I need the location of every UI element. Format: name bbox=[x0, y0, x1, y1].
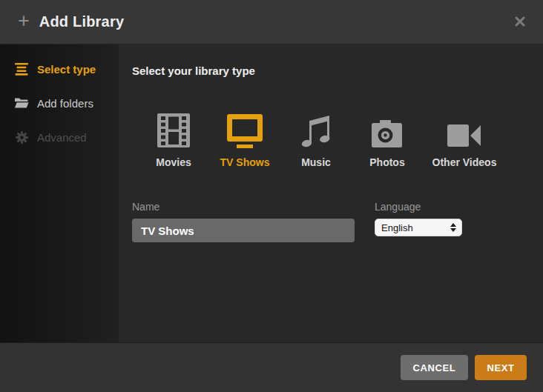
library-type-label: Music bbox=[301, 156, 331, 168]
language-select[interactable]: English bbox=[375, 219, 462, 236]
library-type-movies[interactable]: Movies bbox=[138, 110, 209, 168]
sidebar-item-advanced[interactable]: Advanced bbox=[0, 120, 119, 154]
panel-heading: Select your library type bbox=[132, 64, 543, 77]
camera-icon bbox=[372, 110, 403, 148]
sidebar-item-add-folders[interactable]: Add folders bbox=[0, 86, 119, 120]
plus-icon: + bbox=[18, 11, 30, 31]
library-type-music[interactable]: Music bbox=[280, 110, 352, 168]
cancel-button[interactable]: CANCEL bbox=[401, 355, 468, 380]
add-library-dialog: + Add Library bbox=[0, 0, 543, 392]
language-selected-value: English bbox=[381, 222, 413, 233]
sidebar-item-label: Add folders bbox=[37, 97, 93, 110]
library-type-label: Movies bbox=[156, 156, 191, 168]
library-name-input[interactable] bbox=[132, 219, 355, 242]
tv-icon bbox=[226, 110, 263, 148]
film-icon bbox=[157, 110, 191, 148]
close-button[interactable] bbox=[513, 15, 527, 28]
select-arrows-icon bbox=[450, 223, 456, 232]
video-camera-icon bbox=[447, 110, 481, 148]
sidebar-item-label: Advanced bbox=[37, 131, 87, 144]
library-type-photos[interactable]: Photos bbox=[352, 110, 423, 168]
language-label: Language bbox=[375, 201, 462, 213]
gear-icon bbox=[14, 131, 29, 144]
library-type-tv-shows[interactable]: TV Shows bbox=[209, 110, 280, 168]
next-button[interactable]: NEXT bbox=[475, 355, 527, 380]
dialog-title: Add Library bbox=[39, 13, 124, 30]
close-icon bbox=[515, 16, 525, 27]
language-field-group: Language English bbox=[375, 201, 462, 242]
select-type-panel: Select your library type Movies bbox=[119, 44, 543, 342]
sidebar-item-label: Select type bbox=[37, 63, 96, 76]
dialog-header: + Add Library bbox=[0, 0, 543, 44]
sidebar-item-select-type[interactable]: Select type bbox=[0, 52, 119, 86]
library-type-label: Photos bbox=[369, 156, 404, 168]
music-note-icon bbox=[299, 110, 333, 148]
dialog-body: Select type Add folders bbox=[0, 44, 543, 342]
name-label: Name bbox=[132, 201, 375, 213]
name-field-group: Name bbox=[132, 201, 375, 242]
list-lines-icon bbox=[14, 63, 29, 76]
wizard-steps-sidebar: Select type Add folders bbox=[0, 44, 119, 342]
library-details-fields: Name Language English bbox=[132, 201, 543, 242]
library-type-other-videos[interactable]: Other Videos bbox=[423, 110, 506, 168]
folder-icon bbox=[14, 97, 29, 109]
dialog-footer: CANCEL NEXT bbox=[0, 342, 543, 392]
library-type-label: TV Shows bbox=[220, 156, 270, 168]
library-type-label: Other Videos bbox=[432, 156, 497, 168]
library-type-picker: Movies TV Shows bbox=[132, 110, 543, 168]
